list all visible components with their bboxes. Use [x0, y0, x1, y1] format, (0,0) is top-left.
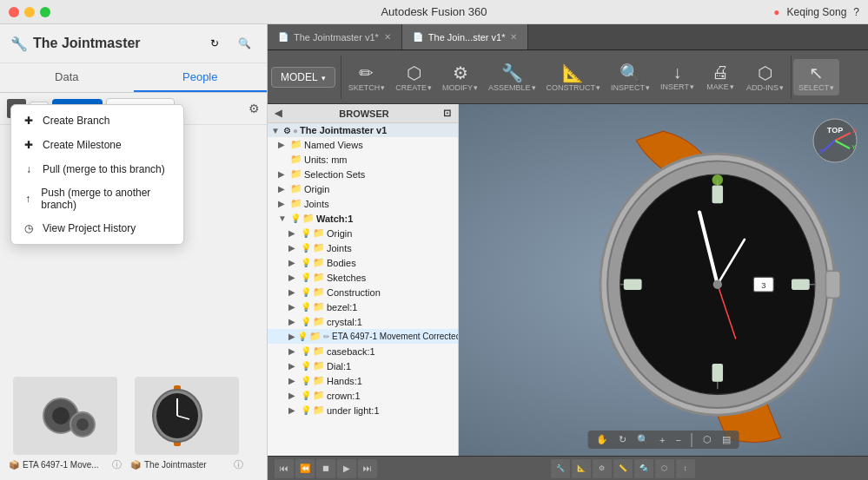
model-chevron-icon [321, 71, 326, 83]
search-icon[interactable]: 🔍 [232, 31, 256, 56]
stop-btn[interactable]: ⏹ [316, 459, 335, 478]
folder-dial: 📁 [313, 360, 325, 372]
tab-close-0[interactable]: ✕ [384, 32, 391, 42]
tree-dial[interactable]: ▶ 💡 📁 Dial:1 [268, 358, 458, 373]
tree-caseback[interactable]: ▶ 💡 📁 caseback:1 [268, 344, 458, 358]
refresh-icon[interactable]: ↻ [202, 31, 227, 56]
tree-crown[interactable]: ▶ 💡 📁 crown:1 [268, 388, 458, 403]
toolbar-sketch[interactable]: ✏ SKETCH [343, 59, 391, 95]
zoom-in-btn[interactable]: + [656, 433, 668, 447]
toolbar-construct[interactable]: 📐 CONSTRUCT [541, 59, 606, 95]
select-icon: ↖ [809, 62, 824, 83]
tree-bodies[interactable]: ▶ 💡 📁 Bodies [268, 255, 458, 270]
record-icon[interactable]: ● [773, 6, 779, 18]
window-controls[interactable] [9, 7, 50, 17]
pull-item[interactable]: ↓ Pull (merge to this branch) [11, 157, 183, 181]
tree-origin2[interactable]: ▶ 💡 📁 Origin [268, 226, 458, 240]
edit-icon-eta: ✏ [323, 332, 330, 341]
timeline-icon-3[interactable]: ⚙ [593, 459, 612, 478]
minimize-button[interactable] [24, 7, 35, 17]
push-item[interactable]: ↑ Push (merge to another branch) [11, 181, 183, 216]
eye-eta: 💡 [297, 332, 308, 341]
insert-label: INSERT [660, 82, 694, 91]
info-icon-jointmaster[interactable]: ⓘ [234, 458, 243, 471]
create-milestone-item[interactable]: ✚ Create Milestone [11, 133, 183, 157]
tree-under-light[interactable]: ▶ 💡 📁 under light:1 [268, 403, 458, 418]
svg-point-26 [712, 174, 723, 185]
tree-bezel[interactable]: ▶ 💡 📁 bezel:1 [268, 299, 458, 314]
label-crown: crown:1 [327, 391, 361, 401]
timeline-icon-1[interactable]: 🔧 [551, 459, 570, 478]
eye-construction: 💡 [301, 287, 311, 297]
tree-crystal[interactable]: ▶ 💡 📁 crystal:1 [268, 314, 458, 329]
main-toolbar: MODEL ✏ SKETCH ⬡ CREATE ⚙ MODIFY 🔧 ASSEM… [268, 50, 868, 104]
view-cube-btn[interactable]: ⬡ [699, 432, 715, 447]
view-history-item[interactable]: ◷ View Project History [11, 216, 183, 240]
eye-under-light: 💡 [301, 405, 311, 415]
play-end-btn[interactable]: ⏭ [358, 459, 377, 478]
viewport[interactable]: 3 TOP X Y Z [459, 104, 868, 456]
timeline-icon-6[interactable]: ⬡ [655, 459, 674, 478]
create-label: CREATE [395, 83, 432, 92]
help-icon[interactable]: ? [853, 6, 859, 18]
create-branch-item[interactable]: ✚ Create Branch [11, 108, 183, 133]
orbit-icon[interactable]: ↻ [615, 432, 630, 447]
tree-watch1[interactable]: ▼ 💡 📁 Watch:1 [268, 211, 458, 226]
tree-hands[interactable]: ▶ 💡 📁 Hands:1 [268, 373, 458, 388]
timeline-icon-7[interactable]: ↕ [676, 459, 695, 478]
model-button[interactable]: MODEL [271, 67, 335, 88]
timeline-icon-5[interactable]: 🔩 [634, 459, 653, 478]
tree-origin[interactable]: ▶ 📁 Origin [268, 181, 458, 196]
timeline-icon-2[interactable]: 📐 [572, 459, 591, 478]
zoom-icon[interactable]: 🔍 [633, 432, 653, 447]
play-start-btn[interactable]: ⏮ [275, 459, 294, 478]
toolbar-select[interactable]: ↖ SELECT [793, 59, 839, 95]
toolbar-addins[interactable]: ⬡ ADD-INS [741, 59, 789, 95]
arrow-bezel: ▶ [288, 302, 299, 312]
info-icon-eta[interactable]: ⓘ [112, 458, 122, 471]
toolbar-insert[interactable]: ↓ INSERT [655, 59, 699, 95]
project-item-eta[interactable]: 📦 ETA 6497-1 Move... ⓘ [9, 377, 122, 471]
tree-sketches[interactable]: ▶ 💡 📁 Sketches [268, 270, 458, 285]
label-joints: Joints [304, 199, 329, 209]
title-bar: Autodesk Fusion 360 ● Keqing Song ? [0, 0, 868, 24]
tree-root[interactable]: ▼ ⚙ ● The Jointmaster v1 [268, 123, 458, 137]
browser-collapse-icon[interactable]: ◀ [275, 108, 282, 119]
project-item-jointmaster[interactable]: 📦 The Jointmaster ⓘ [130, 377, 243, 471]
display-mode-btn[interactable]: ▤ [719, 432, 734, 447]
tree-selection-sets[interactable]: ▶ 📁 Selection Sets [268, 167, 458, 181]
tree-named-views[interactable]: ▶ 📁 Named Views [268, 137, 458, 152]
tree-construction[interactable]: ▶ 💡 📁 Construction [268, 285, 458, 299]
toolbar-assemble[interactable]: 🔧 ASSEMBLE [483, 59, 541, 95]
tree-eta[interactable]: ▶ 💡 📁 ✏ ETA 6497-1 Movement Corrected v1… [268, 329, 458, 344]
toolbar-create[interactable]: ⬡ CREATE [390, 59, 437, 95]
tab-people[interactable]: People [134, 63, 268, 92]
label-dial: Dial:1 [327, 361, 351, 372]
toolbar-modify[interactable]: ⚙ MODIFY [437, 59, 483, 95]
toolbar-make[interactable]: 🖨 MAKE [699, 59, 741, 95]
zoom-out-btn[interactable]: − [673, 433, 685, 447]
browser-options-icon[interactable]: ⊡ [443, 108, 451, 119]
close-button[interactable] [9, 7, 19, 17]
arrow-dial: ▶ [288, 361, 299, 371]
arrow-construction: ▶ [288, 287, 299, 297]
settings-icon[interactable]: ⚙ [248, 102, 260, 115]
svg-rect-20 [624, 279, 642, 289]
tab-1[interactable]: 📄 The Join...ster v1* ✕ [402, 24, 529, 49]
arrow-bodies: ▶ [288, 258, 299, 267]
sketch-icon: ✏ [359, 62, 374, 83]
play-back-btn[interactable]: ⏪ [295, 459, 315, 478]
tree-units[interactable]: 📁 Units: mm [268, 152, 458, 167]
tab-close-1[interactable]: ✕ [510, 32, 517, 42]
timeline-icon-4[interactable]: 📏 [613, 459, 633, 478]
pan-icon[interactable]: ✋ [593, 432, 612, 447]
label-sketches: Sketches [327, 273, 366, 283]
toolbar-inspect[interactable]: 🔍 INSPECT [606, 59, 655, 95]
tree-joints2[interactable]: ▶ 💡 📁 Joints [268, 240, 458, 255]
tab-data[interactable]: Data [0, 63, 134, 92]
tab-0[interactable]: 📄 The Jointmaster v1* ✕ [268, 24, 402, 49]
tree-joints[interactable]: ▶ 📁 Joints [268, 196, 458, 211]
arrow-named-views: ▶ [278, 140, 288, 149]
maximize-button[interactable] [40, 7, 50, 17]
play-btn[interactable]: ▶ [337, 459, 356, 478]
